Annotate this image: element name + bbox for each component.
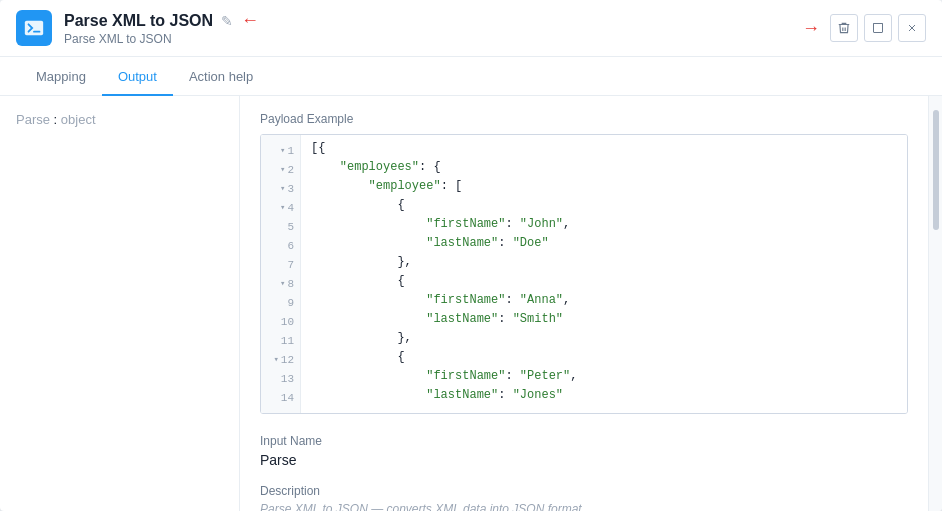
line-num-5: 5	[261, 217, 300, 236]
line-num-6: 6	[261, 236, 300, 255]
code-line-10: "lastName": "Smith"	[311, 312, 897, 331]
line-num-12: ▾12	[261, 350, 300, 369]
arrow-left-icon: ←	[241, 10, 259, 31]
line-num-2: ▾2	[261, 160, 300, 179]
line-num-9: 9	[261, 293, 300, 312]
main-panel[interactable]: Payload Example ▾1 ▾2 ▾3 ▾4 5 6 7 ▾8 9 1…	[240, 96, 928, 511]
line-numbers: ▾1 ▾2 ▾3 ▾4 5 6 7 ▾8 9 10 11 ▾12 13 14	[261, 135, 301, 413]
line-num-11: 11	[261, 331, 300, 350]
tab-bar: Mapping Output Action help	[0, 57, 942, 96]
delete-button[interactable]	[830, 14, 858, 42]
line-num-3: ▾3	[261, 179, 300, 198]
svg-rect-0	[25, 21, 43, 36]
input-name-label: Input Name	[260, 434, 908, 448]
expand-button[interactable]	[864, 14, 892, 42]
tab-output[interactable]: Output	[102, 57, 173, 96]
close-button[interactable]	[898, 14, 926, 42]
code-line-6: "lastName": "Doe"	[311, 236, 897, 255]
header-left: Parse XML to JSON ✎ ← Parse XML to JSON	[16, 10, 259, 46]
code-line-4: {	[311, 198, 897, 217]
tab-mapping[interactable]: Mapping	[20, 57, 102, 96]
code-editor[interactable]: ▾1 ▾2 ▾3 ▾4 5 6 7 ▾8 9 10 11 ▾12 13 14	[260, 134, 908, 414]
line-num-7: 7	[261, 255, 300, 274]
parse-label: Parse : object	[16, 112, 223, 127]
app-icon	[16, 10, 52, 46]
modal-window: Parse XML to JSON ✎ ← Parse XML to JSON …	[0, 0, 942, 511]
line-num-8: ▾8	[261, 274, 300, 293]
code-line-13: "firstName": "Peter",	[311, 369, 897, 388]
code-line-8: {	[311, 274, 897, 293]
modal-subtitle: Parse XML to JSON	[64, 32, 259, 46]
title-group: Parse XML to JSON ✎ ← Parse XML to JSON	[64, 10, 259, 46]
code-line-3: "employee": [	[311, 179, 897, 198]
code-line-7: },	[311, 255, 897, 274]
title-row: Parse XML to JSON ✎ ←	[64, 10, 259, 31]
arrow-right-icon: →	[802, 18, 820, 39]
line-num-13: 13	[261, 369, 300, 388]
code-line-5: "firstName": "John",	[311, 217, 897, 236]
input-name-value: Parse	[260, 452, 908, 468]
code-lines-area: [{ "employees": { "employee": [ { "first…	[301, 135, 907, 413]
line-num-14: 14	[261, 388, 300, 407]
line-num-10: 10	[261, 312, 300, 331]
scrollbar-thumb	[933, 110, 939, 230]
modal-header: Parse XML to JSON ✎ ← Parse XML to JSON …	[0, 0, 942, 57]
svg-rect-1	[874, 24, 883, 33]
line-num-1: ▾1	[261, 141, 300, 160]
left-panel: Parse : object	[0, 96, 240, 511]
tab-action-help[interactable]: Action help	[173, 57, 269, 96]
code-content: ▾1 ▾2 ▾3 ▾4 5 6 7 ▾8 9 10 11 ▾12 13 14	[261, 135, 907, 413]
description-value: Parse XML to JSON — converts XML data in…	[260, 502, 908, 511]
description-label: Description	[260, 484, 908, 498]
code-line-2: "employees": {	[311, 160, 897, 179]
body: Parse : object Payload Example ▾1 ▾2 ▾3 …	[0, 96, 942, 511]
header-right: →	[802, 14, 926, 42]
code-line-1: [{	[311, 141, 897, 160]
code-line-11: },	[311, 331, 897, 350]
code-line-14: "lastName": "Jones"	[311, 388, 897, 407]
line-num-4: ▾4	[261, 198, 300, 217]
edit-icon[interactable]: ✎	[221, 13, 233, 29]
payload-section-title: Payload Example	[260, 112, 908, 126]
code-line-12: {	[311, 350, 897, 369]
right-scrollbar[interactable]	[928, 96, 942, 511]
code-line-9: "firstName": "Anna",	[311, 293, 897, 312]
modal-title: Parse XML to JSON	[64, 12, 213, 30]
